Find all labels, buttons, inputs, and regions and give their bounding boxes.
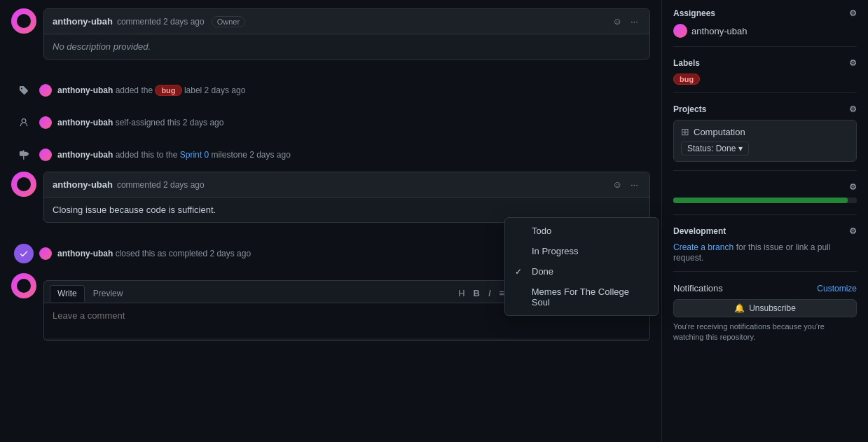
event-closed-text: anthony-ubah closed this as completed 2 … xyxy=(57,249,251,258)
sidebar-section-notifications: Notifications Customize 🔔 Unsubscribe Yo… xyxy=(673,283,857,352)
mini-avatar-label xyxy=(39,84,52,97)
sidebar-section-labels: Labels ⚙ bug xyxy=(673,58,857,93)
event-label: anthony-ubah added the bug label 2 days … xyxy=(14,78,650,103)
comment-header-2: anthony-ubah commented 2 days ago ☺ ··· xyxy=(44,172,649,198)
comment-meta-1: commented 2 days ago xyxy=(117,17,205,27)
avatar-2 xyxy=(11,172,36,197)
closed-icon xyxy=(14,244,34,263)
create-branch-link[interactable]: Create a branch xyxy=(673,242,733,252)
check-memes xyxy=(515,292,526,302)
check-in-progress xyxy=(515,247,526,256)
sprint-link[interactable]: Sprint 0 xyxy=(180,150,209,160)
comment-username-2: anthony-ubah xyxy=(53,179,113,190)
dropdown-item-in-progress[interactable]: In Progress xyxy=(505,241,658,261)
projects-title: Projects xyxy=(673,104,706,114)
status-label: Status: Done xyxy=(687,144,736,153)
labels-header: Labels ⚙ xyxy=(673,58,857,68)
comment-header-left-2: anthony-ubah commented 2 days ago xyxy=(53,179,205,190)
assignees-header: Assignees ⚙ xyxy=(673,8,857,18)
status-chevron: ▾ xyxy=(738,144,743,153)
label-bug: bug xyxy=(673,74,700,85)
more-button-2[interactable]: ··· xyxy=(628,178,641,191)
event-milestone-user: anthony-ubah xyxy=(57,150,113,160)
labels-title: Labels xyxy=(673,58,700,68)
sidebar-section-assignees: Assignees ⚙ anthony-ubah xyxy=(673,8,857,47)
header-actions-1: ☺ ··· xyxy=(609,15,641,28)
project-table-icon: ⊞ xyxy=(681,126,689,137)
dropdown-label-in-progress: In Progress xyxy=(532,246,578,256)
heading-icon[interactable]: H xyxy=(456,286,467,300)
bug-label-badge: bug xyxy=(155,85,181,96)
event-milestone: anthony-ubah added this to the Sprint 0 … xyxy=(14,142,650,167)
emoji-button-1[interactable]: ☺ xyxy=(609,15,625,28)
dropdown-item-todo[interactable]: Todo xyxy=(505,221,658,241)
labels-gear[interactable]: ⚙ xyxy=(849,58,857,68)
unsubscribe-label: Unsubscribe xyxy=(749,303,796,313)
notifications-desc: You're receiving notifications because y… xyxy=(673,322,857,343)
bold-icon[interactable]: B xyxy=(471,286,482,300)
event-milestone-post: milestone 2 days ago xyxy=(211,150,290,160)
notifications-title: Notifications xyxy=(673,283,723,293)
sidebar-section-development: Development ⚙ Create a branch for this i… xyxy=(673,226,857,272)
assignees-title: Assignees xyxy=(673,8,715,18)
event-assign-text: anthony-ubah self-assigned this 2 days a… xyxy=(57,118,223,127)
sidebar-section-projects: Projects ⚙ ⊞ Computation Status: Done ▾ xyxy=(673,104,857,171)
event-label-user: anthony-ubah xyxy=(57,85,113,95)
projects-gear[interactable]: ⚙ xyxy=(849,104,857,114)
tab-write[interactable]: Write xyxy=(50,285,85,302)
event-label-pre: added the xyxy=(116,85,156,95)
avatar-1 xyxy=(11,8,36,34)
development-title: Development xyxy=(673,226,726,236)
bell-icon: 🔔 xyxy=(734,303,745,313)
development-header: Development ⚙ xyxy=(673,226,857,236)
event-label-post: label 2 days ago xyxy=(184,85,245,95)
assignee-avatar xyxy=(673,24,687,38)
owner-badge-1: Owner xyxy=(212,16,245,27)
person-icon xyxy=(14,113,34,132)
comment-meta-2: commented 2 days ago xyxy=(117,180,205,190)
status-dropdown-menu: Todo In Progress ✓ Done Memes For The Co… xyxy=(504,217,659,316)
status-row: Status: Done ▾ xyxy=(681,141,849,156)
avatar-inner-editor xyxy=(17,279,31,293)
status-badge[interactable]: Status: Done ▾ xyxy=(681,141,749,156)
event-closed-meta: closed this as completed 2 days ago xyxy=(116,249,251,258)
check-done: ✓ xyxy=(515,267,526,277)
dropdown-label-todo: Todo xyxy=(532,226,551,236)
avatar-editor xyxy=(11,273,36,298)
dropdown-item-done[interactable]: ✓ Done xyxy=(505,261,658,282)
development-desc: Create a branch for this issue or link a… xyxy=(673,242,830,263)
event-closed-user: anthony-ubah xyxy=(57,249,113,258)
editor-tab-group: Write Preview xyxy=(50,285,130,302)
italic-icon[interactable]: I xyxy=(486,286,493,300)
event-milestone-text: anthony-ubah added this to the Sprint 0 … xyxy=(57,150,291,160)
development-gear[interactable]: ⚙ xyxy=(849,226,857,236)
dropdown-label-memes: Memes For The College Soul xyxy=(532,286,648,308)
mini-avatar-milestone xyxy=(39,149,52,161)
progress-header: ⚙ xyxy=(673,182,857,192)
sidebar: Assignees ⚙ anthony-ubah Labels ⚙ bug Pr… xyxy=(661,0,868,442)
mini-avatar-closed xyxy=(39,247,52,260)
dropdown-item-memes[interactable]: Memes For The College Soul xyxy=(505,282,658,312)
event-assign-user: anthony-ubah xyxy=(57,118,113,127)
customize-link[interactable]: Customize xyxy=(817,284,857,293)
milestone-icon xyxy=(14,145,34,165)
assignee-name: anthony-ubah xyxy=(691,26,748,36)
project-card: ⊞ Computation Status: Done ▾ xyxy=(673,120,857,162)
notifications-row: Notifications Customize xyxy=(673,283,857,293)
comment-header-1: anthony-ubah commented 2 days ago Owner … xyxy=(44,9,649,34)
more-button-1[interactable]: ··· xyxy=(628,15,641,28)
comment-username-1: anthony-ubah xyxy=(53,16,113,27)
progress-bar-container xyxy=(673,198,857,203)
progress-gear[interactable]: ⚙ xyxy=(849,182,857,192)
emoji-button-2[interactable]: ☺ xyxy=(609,178,625,191)
comment-box-2: anthony-ubah commented 2 days ago ☺ ··· … xyxy=(43,172,650,223)
label-icon xyxy=(14,81,34,100)
sidebar-section-progress: ⚙ xyxy=(673,182,857,215)
assignees-gear[interactable]: ⚙ xyxy=(849,8,857,18)
comment-box-1: anthony-ubah commented 2 days ago Owner … xyxy=(43,8,650,60)
assignee-row: anthony-ubah xyxy=(673,24,857,38)
check-todo xyxy=(515,226,526,236)
unsubscribe-button[interactable]: 🔔 Unsubscribe xyxy=(673,299,857,317)
comment-header-left-1: anthony-ubah commented 2 days ago Owner xyxy=(53,16,245,27)
tab-preview[interactable]: Preview xyxy=(86,285,130,302)
